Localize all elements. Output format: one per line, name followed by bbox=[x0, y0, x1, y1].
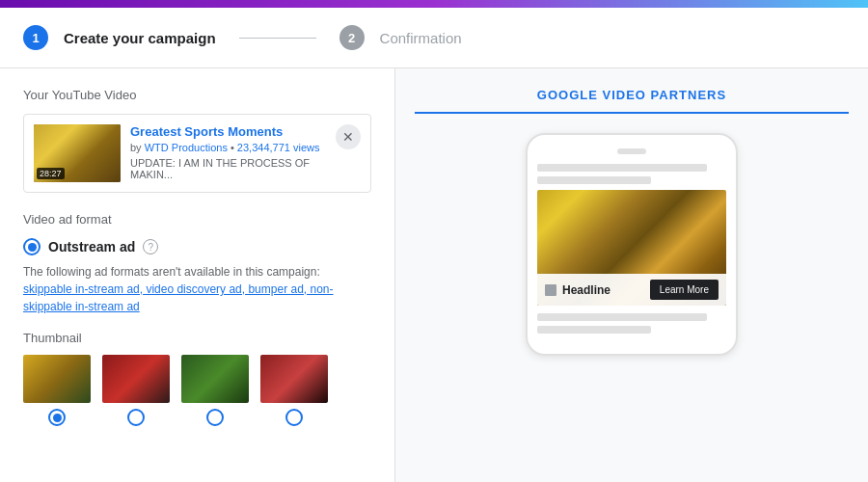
format-section: Video ad format Outstream ad ? The follo… bbox=[23, 212, 371, 315]
left-panel: Your YouTube Video 28:27 Greatest Sports… bbox=[0, 68, 395, 482]
phone-video-overlay: Headline Learn More bbox=[537, 274, 726, 306]
video-duration: 28:27 bbox=[37, 168, 65, 179]
format-section-label: Video ad format bbox=[23, 212, 371, 227]
video-meta: by WTD Productions • 23,344,771 views bbox=[130, 142, 328, 153]
video-description: UPDATE: I AM IN THE PROCESS OF MAKIN... bbox=[130, 157, 328, 180]
thumbnail-grid bbox=[23, 355, 371, 426]
phone-bottom-bar-2 bbox=[537, 326, 651, 334]
thumbnail-item-1[interactable] bbox=[23, 355, 91, 426]
format-name: Outstream ad bbox=[48, 239, 135, 254]
phone-video-preview: Headline Learn More bbox=[537, 190, 726, 306]
video-section-label: Your YouTube Video bbox=[23, 88, 371, 102]
thumb-image-2 bbox=[102, 355, 170, 403]
thumb-image-1 bbox=[23, 355, 91, 403]
unavailable-formats-text: The following ad formats aren't availabl… bbox=[23, 263, 371, 315]
thumbnail-item-4[interactable] bbox=[260, 355, 328, 426]
step-header: 1 Create your campaign 2 Confirmation bbox=[0, 8, 868, 68]
thumb-radio-4[interactable] bbox=[285, 409, 303, 426]
thumb-image-3 bbox=[181, 355, 249, 403]
phone-content: Headline Learn More bbox=[537, 164, 726, 340]
step2-label: Confirmation bbox=[380, 30, 462, 46]
step1-circle: 1 bbox=[23, 25, 48, 50]
phone-speaker bbox=[617, 148, 646, 154]
phone-mockup: Headline Learn More bbox=[526, 133, 738, 356]
thumbnail-label: Thumbnail bbox=[23, 331, 371, 345]
main-content: Your YouTube Video 28:27 Greatest Sports… bbox=[0, 68, 868, 482]
step-connector bbox=[239, 38, 316, 39]
phone-bar-1 bbox=[537, 164, 707, 172]
thumbnail-item-3[interactable] bbox=[181, 355, 249, 426]
top-gradient-bar bbox=[0, 0, 868, 8]
video-title: Greatest Sports Moments bbox=[130, 124, 328, 139]
right-panel-title: GOOGLE VIDEO PARTNERS bbox=[415, 88, 849, 114]
thumbnail-section: Thumbnail bbox=[23, 331, 371, 426]
video-card: 28:27 Greatest Sports Moments by WTD Pro… bbox=[23, 114, 371, 193]
thumb-radio-1[interactable] bbox=[48, 409, 66, 426]
thumb-radio-2[interactable] bbox=[127, 409, 145, 426]
thumb-image-4 bbox=[260, 355, 328, 403]
phone-bottom-bars bbox=[537, 306, 726, 340]
help-icon[interactable]: ? bbox=[143, 239, 158, 254]
step2-circle: 2 bbox=[339, 25, 365, 50]
headline-text: Headline bbox=[562, 283, 610, 297]
outstream-radio[interactable] bbox=[23, 238, 41, 255]
unavailable-formats-link[interactable]: skippable in-stream ad, video discovery … bbox=[23, 282, 334, 313]
video-views: 23,344,771 views bbox=[237, 142, 320, 153]
thumbnail-item-2[interactable] bbox=[102, 355, 170, 426]
video-close-button[interactable]: ✕ bbox=[336, 124, 361, 149]
video-info: Greatest Sports Moments by WTD Productio… bbox=[130, 124, 328, 180]
learn-more-button[interactable]: Learn More bbox=[650, 280, 719, 300]
right-panel: GOOGLE VIDEO PARTNERS Headline Learn Mor… bbox=[395, 68, 868, 482]
headline-icon bbox=[545, 284, 556, 296]
thumb-radio-3[interactable] bbox=[206, 409, 224, 426]
phone-bottom-bar-1 bbox=[537, 313, 707, 321]
format-option-outstream[interactable]: Outstream ad ? bbox=[23, 238, 371, 255]
phone-bar-2 bbox=[537, 176, 651, 184]
video-channel: WTD Productions bbox=[145, 142, 228, 153]
video-thumbnail: 28:27 bbox=[34, 124, 121, 182]
step1-label: Create your campaign bbox=[64, 30, 216, 46]
